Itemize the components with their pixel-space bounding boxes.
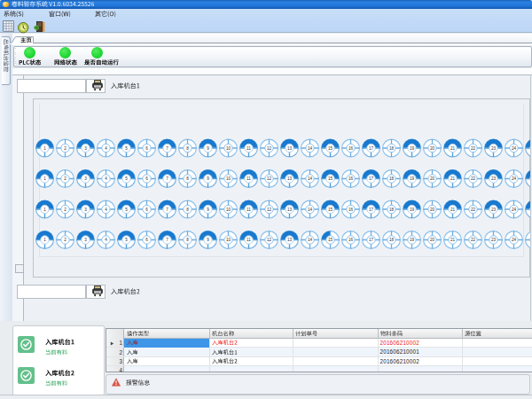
- svg-text:19: 19: [409, 207, 414, 211]
- svg-text:11: 11: [246, 176, 251, 181]
- svg-text:22: 22: [470, 145, 475, 150]
- svg-text:14: 14: [307, 176, 312, 181]
- svg-text:5: 5: [125, 176, 128, 181]
- svg-text:18: 18: [388, 207, 394, 211]
- svg-text:19: 19: [409, 238, 414, 242]
- svg-text:22: 22: [470, 176, 475, 181]
- svg-text:21: 21: [450, 176, 455, 181]
- svg-text:19: 19: [409, 145, 414, 150]
- svg-text:3: 3: [84, 207, 87, 211]
- svg-text:5: 5: [125, 207, 128, 211]
- svg-text:6: 6: [145, 238, 148, 242]
- svg-text:23: 23: [490, 145, 496, 150]
- svg-text:24: 24: [511, 207, 516, 211]
- svg-text:4: 4: [105, 207, 107, 211]
- svg-text:2: 2: [64, 176, 66, 181]
- svg-text:21: 21: [450, 145, 455, 150]
- svg-text:17: 17: [368, 207, 373, 211]
- svg-text:4: 4: [105, 145, 107, 150]
- svg-text:12: 12: [266, 145, 271, 150]
- svg-text:6: 6: [145, 176, 148, 181]
- svg-text:9: 9: [207, 145, 209, 150]
- svg-text:14: 14: [307, 145, 312, 150]
- svg-text:12: 12: [266, 207, 271, 211]
- svg-text:10: 10: [225, 145, 231, 150]
- svg-text:13: 13: [286, 207, 292, 211]
- svg-text:9: 9: [207, 207, 209, 211]
- svg-text:15: 15: [327, 207, 332, 211]
- svg-text:14: 14: [307, 238, 312, 242]
- svg-text:5: 5: [125, 238, 128, 242]
- svg-text:20: 20: [429, 176, 434, 181]
- svg-text:10: 10: [225, 238, 231, 242]
- svg-text:22: 22: [470, 238, 475, 242]
- svg-text:11: 11: [246, 238, 251, 242]
- svg-text:4: 4: [105, 176, 107, 181]
- svg-text:8: 8: [186, 207, 189, 211]
- svg-text:3: 3: [84, 145, 87, 150]
- svg-text:18: 18: [388, 238, 394, 242]
- svg-text:4: 4: [105, 238, 107, 242]
- svg-text:21: 21: [450, 238, 455, 242]
- svg-text:2: 2: [64, 207, 66, 211]
- svg-text:24: 24: [511, 238, 516, 242]
- svg-text:15: 15: [327, 176, 332, 181]
- svg-text:15: 15: [327, 145, 332, 150]
- svg-text:12: 12: [266, 238, 271, 242]
- svg-text:17: 17: [368, 238, 373, 242]
- svg-text:24: 24: [511, 145, 516, 150]
- svg-text:3: 3: [84, 176, 87, 181]
- svg-text:21: 21: [450, 207, 455, 211]
- svg-text:17: 17: [368, 176, 373, 181]
- svg-text:3: 3: [84, 238, 87, 242]
- svg-text:1: 1: [43, 238, 46, 242]
- svg-text:6: 6: [145, 145, 148, 150]
- svg-text:13: 13: [286, 145, 292, 150]
- svg-text:2: 2: [64, 238, 66, 242]
- svg-text:11: 11: [246, 207, 251, 211]
- svg-text:20: 20: [429, 238, 434, 242]
- svg-text:1: 1: [43, 145, 46, 150]
- svg-text:16: 16: [348, 207, 353, 211]
- svg-text:12: 12: [266, 176, 271, 181]
- svg-text:15: 15: [327, 238, 332, 242]
- svg-text:2: 2: [64, 145, 66, 150]
- svg-text:18: 18: [388, 176, 394, 181]
- svg-text:9: 9: [207, 176, 209, 181]
- svg-text:7: 7: [166, 145, 168, 150]
- svg-text:24: 24: [511, 176, 516, 181]
- svg-text:16: 16: [348, 238, 353, 242]
- svg-text:6: 6: [145, 207, 148, 211]
- svg-text:7: 7: [166, 176, 168, 181]
- svg-text:8: 8: [186, 176, 189, 181]
- svg-text:9: 9: [207, 238, 209, 242]
- svg-text:10: 10: [225, 207, 231, 211]
- svg-text:13: 13: [286, 238, 292, 242]
- svg-text:8: 8: [186, 145, 189, 150]
- svg-text:7: 7: [166, 238, 168, 242]
- svg-text:13: 13: [286, 176, 292, 181]
- svg-text:10: 10: [225, 176, 231, 181]
- svg-text:16: 16: [348, 176, 353, 181]
- svg-text:23: 23: [490, 238, 496, 242]
- svg-text:1: 1: [43, 207, 46, 211]
- svg-text:17: 17: [368, 145, 373, 150]
- svg-text:20: 20: [429, 145, 434, 150]
- svg-text:11: 11: [246, 145, 251, 150]
- svg-text:18: 18: [388, 145, 394, 150]
- svg-text:23: 23: [490, 207, 496, 211]
- svg-text:7: 7: [166, 207, 168, 211]
- svg-text:5: 5: [125, 145, 128, 150]
- svg-text:23: 23: [490, 176, 496, 181]
- svg-text:14: 14: [307, 207, 312, 211]
- svg-text:20: 20: [429, 207, 434, 211]
- svg-text:22: 22: [470, 207, 475, 211]
- svg-text:16: 16: [348, 145, 353, 150]
- svg-text:19: 19: [409, 176, 414, 181]
- svg-text:1: 1: [43, 176, 46, 181]
- svg-text:8: 8: [186, 238, 189, 242]
